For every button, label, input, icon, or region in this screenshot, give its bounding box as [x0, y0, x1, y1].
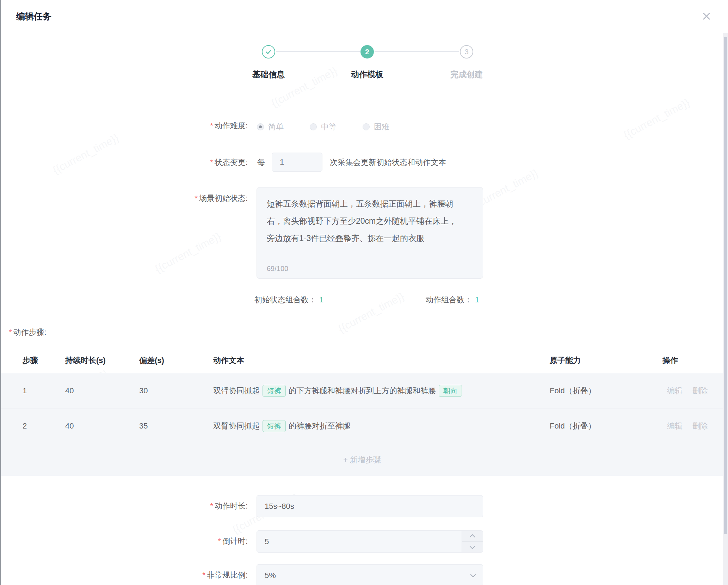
- initial-state-label: *场景初始状态:: [142, 194, 248, 203]
- required-mark: *: [210, 158, 213, 167]
- state-change-field: [272, 153, 322, 172]
- required-mark: *: [210, 501, 213, 510]
- step3-number: 3: [464, 48, 469, 56]
- action-text: 的裤腰对折至裤腿: [289, 421, 351, 431]
- action-combo-count: 动作组合数：1: [426, 295, 479, 305]
- watermark-text: {{current_time}}: [622, 96, 692, 141]
- col-header-deviation: 偏差(s): [139, 355, 164, 367]
- check-icon: [265, 49, 272, 54]
- action-duration-field: [257, 495, 483, 517]
- chevron-up-icon: [470, 534, 475, 540]
- required-mark: *: [195, 194, 198, 203]
- edit-link[interactable]: 编辑: [667, 373, 683, 408]
- col-header-duration: 持续时长(s): [65, 355, 106, 367]
- step1-circle: [262, 45, 275, 58]
- initial-state-textarea[interactable]: 短裤五条数据背面朝上，五条数据正面朝上，裤腰朝右，离头部视野下方至少20cm之外…: [266, 195, 463, 256]
- cell-duration: 40: [65, 373, 74, 408]
- unusual-ratio-select[interactable]: 5%: [257, 564, 483, 585]
- step2-number: 2: [365, 48, 369, 56]
- cell-duration: 40: [65, 408, 74, 444]
- radio-label: 困难: [374, 122, 389, 132]
- step3-label: 完成创建: [428, 69, 505, 80]
- required-mark: *: [9, 328, 12, 337]
- action-duration-label: *动作时长:: [142, 501, 248, 511]
- action-text: 的下方裤腿和裤腰对折到上方的裤腿和裤腰: [289, 386, 436, 396]
- initial-state-field: 短裤五条数据背面朝上，五条数据正面朝上，裤腰朝右，离头部视野下方至少20cm之外…: [257, 187, 483, 279]
- radio-easy[interactable]: 简单: [257, 122, 284, 132]
- table-row: 2 40 35 双臂协同抓起 短裤 的裤腰对折至裤腿 Fold（折叠） 编辑 删…: [1, 408, 723, 444]
- radio-hard[interactable]: 困难: [363, 122, 389, 132]
- decrease-button[interactable]: [462, 542, 483, 552]
- selected-value: 5%: [257, 571, 471, 580]
- chevron-down-icon: [470, 572, 476, 578]
- radio-label: 中等: [321, 122, 337, 132]
- action-combo-value: 1: [475, 295, 479, 304]
- countdown-label: *倒计时:: [142, 537, 248, 546]
- window-edge: [0, 0, 1, 585]
- action-combo-label: 动作组合数：: [426, 295, 472, 304]
- required-mark: *: [202, 571, 205, 579]
- delete-link[interactable]: 删除: [692, 373, 708, 408]
- edit-task-dialog: {{current_time}} {{current_time}} {{curr…: [0, 0, 728, 585]
- step-connector: [375, 51, 459, 52]
- delete-link[interactable]: 删除: [692, 408, 708, 444]
- radio-medium[interactable]: 中等: [310, 122, 337, 132]
- cell-capability: Fold（折叠）: [550, 373, 596, 408]
- table-row: 1 40 30 双臂协同抓起 短裤 的下方裤腿和裤腰对折到上方的裤腿和裤腰 朝向…: [1, 373, 723, 408]
- cell-step: 1: [23, 373, 27, 408]
- radio-icon: [310, 123, 317, 130]
- action-duration-input[interactable]: [257, 495, 483, 517]
- cell-step: 2: [23, 408, 27, 444]
- col-header-text: 动作文本: [213, 355, 244, 367]
- watermark-text: {{current_time}}: [153, 230, 223, 275]
- required-mark: *: [210, 121, 213, 130]
- state-change-prefix: 每: [257, 158, 265, 167]
- action-text: 双臂协同抓起: [213, 421, 260, 431]
- chevron-down-icon: [470, 543, 475, 549]
- cell-deviation: 35: [139, 408, 148, 444]
- object-tag: 短裤: [263, 385, 286, 397]
- state-change-label: *状态变更:: [142, 158, 248, 167]
- difficulty-label: *动作难度:: [142, 121, 248, 130]
- state-change-input[interactable]: [272, 153, 322, 171]
- state-change-suffix: 次采集会更新初始状态和动作文本: [330, 158, 446, 167]
- object-tag: 短裤: [263, 420, 286, 432]
- required-mark: *: [218, 537, 221, 546]
- countdown-input[interactable]: [257, 531, 483, 552]
- col-header-capability: 原子能力: [550, 355, 581, 367]
- radio-label: 简单: [268, 122, 284, 132]
- page-title: 编辑任务: [16, 10, 51, 23]
- orientation-tag: 朝向: [439, 385, 462, 397]
- edit-link[interactable]: 编辑: [667, 408, 683, 444]
- countdown-field: [257, 530, 483, 553]
- step2-label: 动作模板: [328, 69, 406, 80]
- dialog-header: 编辑任务: [1, 0, 728, 33]
- action-text: 双臂协同抓起: [213, 386, 260, 396]
- cell-deviation: 30: [139, 373, 148, 408]
- col-header-step: 步骤: [23, 355, 38, 367]
- watermark-text: {{current_time}}: [336, 290, 406, 335]
- radio-icon: [257, 123, 264, 130]
- add-step-button[interactable]: + 新增步骤: [343, 455, 381, 465]
- action-steps-label: *动作步骤:: [9, 328, 47, 337]
- close-icon[interactable]: [699, 9, 714, 23]
- initial-combo-count: 初始状态组合数：1: [254, 295, 323, 305]
- watermark-text: {{current_time}}: [51, 131, 121, 176]
- add-step-row[interactable]: + 新增步骤: [1, 444, 723, 476]
- step3-circle: 3: [460, 45, 473, 58]
- unusual-ratio-label: *非常规比例:: [142, 571, 248, 580]
- step2-circle: 2: [360, 45, 374, 58]
- increase-button[interactable]: [462, 531, 483, 542]
- cell-action-text: 双臂协同抓起 短裤 的下方裤腿和裤腰对折到上方的裤腿和裤腰 朝向: [213, 373, 465, 408]
- step1-label: 基础信息: [230, 69, 307, 80]
- step-connector: [276, 51, 360, 52]
- initial-combo-value: 1: [319, 295, 323, 304]
- radio-icon: [363, 123, 370, 130]
- char-counter: 69/100: [267, 265, 288, 273]
- cell-action-text: 双臂协同抓起 短裤 的裤腰对折至裤腿: [213, 408, 351, 444]
- col-header-actions: 操作: [662, 355, 678, 367]
- initial-combo-label: 初始状态组合数：: [254, 295, 316, 304]
- scrollbar-thumb[interactable]: [724, 37, 727, 534]
- cell-capability: Fold（折叠）: [550, 408, 596, 444]
- number-spinner: [462, 531, 483, 552]
